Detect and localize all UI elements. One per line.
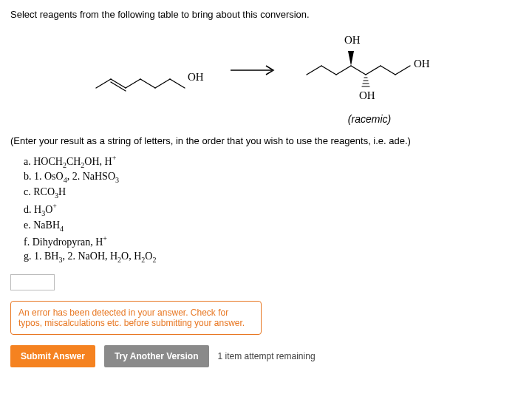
- svg-line-0: [96, 79, 111, 88]
- oh-right-label: OH: [414, 58, 430, 69]
- option-c: c. RCO3H: [24, 186, 522, 200]
- question-prompt: Select reagents from the following table…: [10, 9, 522, 20]
- svg-line-5: [155, 79, 170, 88]
- option-d: d. H3O+: [24, 202, 522, 217]
- option-f: f. Dihydropyran, H+: [24, 234, 522, 248]
- option-e: e. NaBH4: [24, 220, 522, 233]
- oh-label: OH: [188, 71, 204, 83]
- svg-line-12: [351, 66, 366, 75]
- option-a: a. HOCH2CH2OH, H+: [24, 154, 522, 169]
- button-row: Submit Answer Try Another Version 1 item…: [10, 345, 522, 367]
- svg-line-3: [126, 79, 140, 88]
- input-instructions: (Enter your result as a string of letter…: [10, 135, 522, 146]
- answer-input[interactable]: [10, 274, 55, 290]
- product-structure: OH OH OH (racemic): [296, 29, 443, 125]
- option-b: b. 1. OsO4, 2. NaHSO3: [24, 171, 522, 184]
- reaction-diagram: OH: [10, 29, 522, 125]
- svg-line-8: [307, 66, 321, 75]
- oh-top-label: OH: [344, 34, 361, 46]
- option-g: g. 1. BH3, 2. NaOH, H2O, H2O2: [24, 251, 522, 264]
- racemic-label: (racemic): [296, 113, 443, 125]
- svg-line-6: [170, 79, 185, 88]
- attempts-remaining: 1 item attempt remaining: [218, 351, 316, 361]
- error-message: An error has been detected in your answe…: [10, 301, 262, 335]
- svg-line-17: [366, 66, 381, 75]
- try-another-version-button[interactable]: Try Another Version: [104, 345, 209, 367]
- svg-line-19: [395, 66, 410, 75]
- reactant-structure: OH: [89, 51, 214, 103]
- reagent-options: a. HOCH2CH2OH, H+ b. 1. OsO4, 2. NaHSO3 …: [24, 154, 522, 264]
- svg-line-18: [381, 66, 395, 75]
- svg-line-10: [336, 66, 351, 75]
- oh-bottom-label: OH: [359, 89, 375, 101]
- reaction-arrow: [223, 63, 287, 91]
- svg-marker-11: [348, 51, 354, 66]
- svg-line-4: [140, 79, 155, 88]
- submit-answer-button[interactable]: Submit Answer: [10, 345, 95, 367]
- svg-line-9: [321, 66, 336, 75]
